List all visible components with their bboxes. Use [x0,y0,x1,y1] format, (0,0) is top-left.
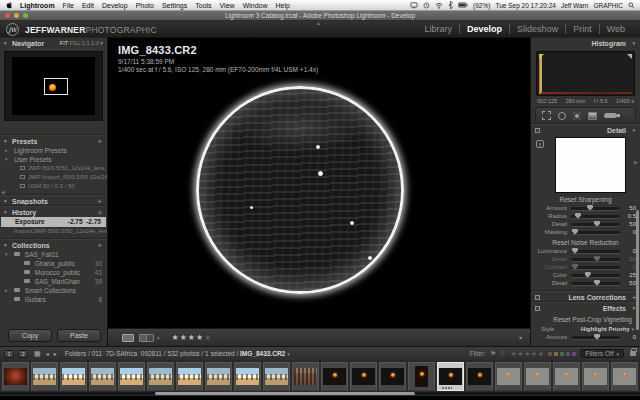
color-label-filters[interactable] [548,352,576,356]
red-label-icon[interactable] [548,352,552,356]
yellow-label-icon[interactable] [554,352,558,356]
history-step-exposure[interactable]: Exposure -2.75 -2.75 [1,217,106,227]
vignette-style-dropdown[interactable]: Highlight Priority [581,326,630,332]
disclosure-triangle-icon[interactable] [5,146,8,155]
time-machine-icon[interactable] [423,2,430,9]
input-source-menu[interactable]: GRAPHIC [593,2,623,9]
filmstrip-thumbnail[interactable] [292,362,319,391]
star-icon[interactable]: ★ [172,333,180,342]
filmstrip-thumbnail[interactable] [582,362,609,391]
green-label-icon[interactable] [560,352,564,356]
module-library[interactable]: Library [418,24,460,34]
slider-thumb[interactable] [572,264,578,270]
noise-reduction-reset-label[interactable]: Reset Noise Reduction [531,239,640,246]
spot-removal-tool-icon[interactable] [558,112,566,120]
slider-thumb[interactable] [587,205,593,211]
filmstrip-thumbnail[interactable] [553,362,580,391]
effects-header[interactable]: Effects ▾ [531,302,640,313]
slider-thumb[interactable] [572,248,578,254]
zoom-warning-icon[interactable]: ! [536,140,544,148]
panel-enable-toggle[interactable] [535,295,540,300]
menu-item-lightroom[interactable]: Lightroom [20,2,55,9]
bluetooth-icon[interactable] [448,1,453,9]
sharpening-reset-label[interactable]: Reset Sharpening [531,196,640,203]
preset-item[interactable]: JWP-Import_50/0.5/50 12s/24s [0,173,107,182]
top-panel-collapse-arrow[interactable]: ▲ [316,21,321,26]
slider-thumb[interactable] [594,221,600,227]
menu-item-edit[interactable]: Edit [82,2,94,9]
pick-flag-icon[interactable]: ⚑ [490,350,496,358]
disclosure-triangle-icon[interactable] [5,250,8,259]
forward-arrow-icon[interactable]: ▸ [54,350,57,357]
slider-track[interactable] [571,250,620,253]
paste-button[interactable]: Paste [57,329,101,342]
filmstrip-thumbnail[interactable] [524,362,551,391]
chevron-down-icon[interactable]: ▾ [100,40,103,46]
collection-guitars[interactable]: Guitars 8 [0,295,107,304]
filmstrip-thumbnail[interactable] [31,362,58,391]
history-step-import[interactable]: Import(JWP-50/0.5/50_12s24s_lens_... [0,227,107,236]
blue-label-icon[interactable] [566,352,570,356]
menu-item-photo[interactable]: Photo [136,2,154,9]
history-header[interactable]: History [0,206,107,217]
menu-item-tools[interactable]: Tools [195,2,211,9]
filmstrip-thumbnail[interactable] [466,362,493,391]
histogram[interactable] [536,51,635,96]
star-icon[interactable]: ★ [196,333,204,342]
star-icon[interactable]: ★ [538,350,545,357]
module-slideshow[interactable]: Slideshow [509,24,565,34]
slider-track[interactable] [571,207,620,210]
before-after-view-icon[interactable] [139,334,154,342]
filmstrip-thumbnail[interactable] [321,362,348,391]
module-print[interactable]: Print [565,24,599,34]
detail-panel-header[interactable]: Detail ▾ [531,124,640,135]
slider-thumb[interactable] [585,272,591,278]
menu-clock[interactable]: Tue Sep 20 17:20:24 [495,2,555,9]
slider-track[interactable] [571,282,620,285]
display-icon[interactable] [410,2,418,9]
filmstrip-thumbnail[interactable] [176,362,203,391]
module-develop[interactable]: Develop [459,24,509,34]
rating-stars[interactable]: ★★★★★ [172,333,213,342]
battery-icon[interactable] [458,2,468,8]
menu-item-help[interactable]: Help [276,2,290,9]
slider-track[interactable] [571,258,620,261]
slider-thumb[interactable] [594,280,600,286]
panel-enable-toggle[interactable] [535,128,540,133]
filmstrip-source-path[interactable]: Folders / 011_7D-SAfrica_092811 / 532 ph… [65,350,290,357]
collection-morocco-public[interactable]: Morocco_public 41 [0,268,107,277]
apple-icon[interactable] [6,1,13,9]
highlight-clipping-icon[interactable] [627,54,632,59]
copy-button[interactable]: Copy [8,329,52,342]
filmstrip-thumbnail[interactable] [118,362,145,391]
slider-track[interactable] [571,231,620,234]
collection-set-smart-collections[interactable]: Smart Collections [0,286,107,295]
reject-flag-icon[interactable]: ⚐ [500,350,506,358]
slider-thumb[interactable] [575,213,581,219]
collection-set-sas-fall11[interactable]: SAS_Fall11 [0,250,107,259]
adjustment-brush-tool-icon[interactable] [604,113,617,118]
preset-item[interactable]: USM 50 / 0.5 / 50 [0,182,107,191]
disclosure-triangle-icon[interactable] [5,155,8,164]
slider-track[interactable] [571,274,620,277]
filmstrip-thumbnail[interactable] [147,362,174,391]
star-icon[interactable]: ★ [204,333,212,342]
lens-corrections-header[interactable]: Lens Corrections ◂ [531,291,640,302]
presets-header[interactable]: Presets [0,135,107,146]
panel-enable-toggle[interactable] [535,306,540,311]
slider-track[interactable] [571,266,620,269]
filmstrip-scrollbar-thumb[interactable] [155,392,415,395]
filmstrip-thumbnail[interactable] [89,362,116,391]
menu-item-settings[interactable]: Settings [162,2,187,9]
slider-thumb[interactable] [594,334,600,340]
filmstrip-thumbnail[interactable] [408,362,435,391]
star-icon[interactable]: ★ [180,333,188,342]
disclosure-triangle-icon[interactable] [5,286,8,295]
menu-item-file[interactable]: File [63,2,74,9]
snapshots-header[interactable]: Snapshots [0,195,107,206]
preset-item[interactable]: JWP-50/0.5/50_12s24s_lens_proc [0,164,107,173]
preset-group-user-presets[interactable]: User Presets [0,155,107,164]
shadow-clipping-icon[interactable] [539,54,544,59]
filmstrip-thumbnail[interactable] [2,362,29,391]
filter-lock-icon[interactable] [630,351,636,356]
